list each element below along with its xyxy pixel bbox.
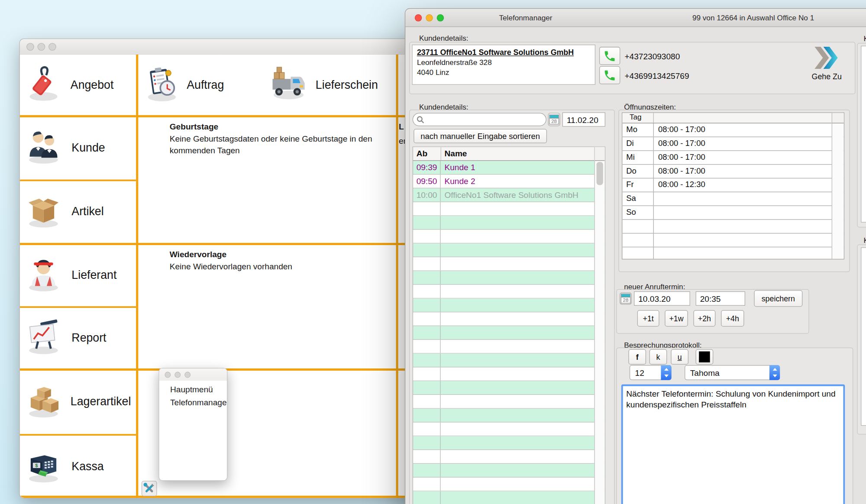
plus-2h-button[interactable]: +2h <box>693 310 715 326</box>
close-button[interactable] <box>165 372 171 378</box>
appointment-row[interactable] <box>413 257 605 271</box>
appointment-row[interactable] <box>413 491 605 504</box>
plus-1t-label: +1t <box>643 314 654 323</box>
calendar-button[interactable]: 28 <box>620 292 632 304</box>
hours-row[interactable] <box>622 233 843 247</box>
menu-tile-auftrag[interactable]: Auftrag <box>138 55 253 115</box>
hours-time <box>654 220 844 233</box>
mini-menu-item-telefonmanager[interactable]: Telefonmanage <box>170 397 227 407</box>
customer-name[interactable]: 23711 OfficeNo1 Software Solutions GmbH <box>417 48 591 57</box>
appointment-row[interactable] <box>413 271 605 285</box>
menu-tile-artikel[interactable]: Artikel <box>20 181 136 242</box>
appointment-row[interactable] <box>413 298 605 312</box>
zoom-button[interactable] <box>48 43 56 51</box>
underline-button[interactable]: u <box>671 349 688 365</box>
column-header-ab[interactable]: Ab <box>417 149 427 158</box>
hours-row[interactable]: Mi08:00 - 17:00 <box>622 151 843 165</box>
hours-row[interactable]: Di08:00 - 17:00 <box>622 137 843 151</box>
appointment-row[interactable] <box>413 312 605 326</box>
appointment-row[interactable] <box>413 243 605 257</box>
appointments-scrollbar[interactable] <box>594 147 604 504</box>
appointment-row[interactable] <box>413 409 605 423</box>
hours-row[interactable]: So <box>622 206 843 220</box>
appointment-name <box>441 464 605 477</box>
appointment-row[interactable] <box>413 423 605 436</box>
plus-1w-button[interactable]: +1w <box>665 310 688 326</box>
close-button[interactable] <box>415 14 422 22</box>
comment-box[interactable]: Ansprechperson Hr. Mag. Bernhard Stolz <box>861 46 866 223</box>
appointment-row[interactable] <box>413 202 605 216</box>
font-name-select[interactable]: Tahoma <box>685 365 780 380</box>
hours-row[interactable]: Do08:00 - 17:00 <box>622 165 843 178</box>
menu-tile-lieferant[interactable]: Lieferant <box>20 245 136 305</box>
titlebar[interactable]: Telefonmanager 99 von 12664 in Auswahl O… <box>405 9 866 27</box>
column-header-name[interactable]: Name <box>445 149 467 158</box>
minimize-button[interactable] <box>174 372 181 378</box>
mini-menu-item-hauptmenu[interactable]: Hauptmenü <box>170 384 227 394</box>
appointment-name <box>441 367 605 381</box>
calendar-button[interactable]: 28 <box>548 113 560 126</box>
call-phone2-button[interactable] <box>599 66 620 84</box>
appointment-row[interactable] <box>413 381 605 395</box>
zoom-button[interactable] <box>184 372 191 378</box>
appointment-row[interactable] <box>413 395 605 409</box>
appointment-row[interactable] <box>413 229 605 243</box>
hours-time: 08:00 - 17:00 <box>654 123 844 137</box>
list-date-field[interactable]: 11.02.20 <box>562 112 605 126</box>
tile-label: Lieferant <box>71 268 116 281</box>
menu-tile-angebot[interactable]: Angebot <box>20 55 136 115</box>
appointment-row[interactable] <box>413 285 605 299</box>
appointment-row[interactable] <box>413 340 605 354</box>
goto-button[interactable]: Gehe Zu <box>810 46 843 81</box>
menu-tile-lagerartikel[interactable]: Lagerartikel <box>20 370 136 433</box>
menu-tile-kunde[interactable]: Kunde <box>20 117 136 178</box>
bold-button[interactable]: f <box>628 349 646 365</box>
protocol-textarea[interactable]: Nächster Telefontermin: Schulung von Kun… <box>621 384 845 504</box>
appointment-row[interactable] <box>413 326 605 340</box>
minimize-button[interactable] <box>37 43 45 51</box>
hours-row[interactable]: Fr08:00 - 12:30 <box>622 178 843 192</box>
column-header-tag[interactable]: Tag <box>622 113 654 123</box>
tools-button[interactable] <box>142 481 157 496</box>
hours-row[interactable]: Sa <box>622 192 843 206</box>
close-button[interactable] <box>26 43 34 51</box>
plus-4h-button[interactable]: +4h <box>721 310 744 326</box>
sort-button[interactable]: nach manueller Eingabe sortieren <box>414 129 547 143</box>
hours-row[interactable] <box>622 247 843 259</box>
appointment-row[interactable] <box>413 464 605 478</box>
minimize-button[interactable] <box>426 14 433 22</box>
scrollbar-thumb[interactable] <box>597 162 603 185</box>
color-button[interactable] <box>696 349 714 365</box>
italic-button[interactable]: k <box>650 349 667 365</box>
hours-row[interactable]: Mo08:00 - 17:00 <box>622 123 843 137</box>
appointment-row[interactable] <box>413 450 605 464</box>
appointment-row[interactable]: 09:39Kunde 1 <box>413 161 605 174</box>
appointments-header[interactable]: Ab Name <box>413 147 605 161</box>
appointment-row[interactable] <box>413 354 605 368</box>
appointment-row[interactable] <box>413 367 605 381</box>
hours-scrollbar[interactable] <box>832 113 844 259</box>
plus-1t-button[interactable]: +1t <box>637 310 659 326</box>
zoom-button[interactable] <box>437 14 444 22</box>
hours-row[interactable] <box>622 220 843 234</box>
appointment-row[interactable] <box>413 478 605 491</box>
search-input[interactable] <box>413 113 546 126</box>
info-box[interactable]: ERP-System!! <box>861 247 866 426</box>
menu-tile-lieferschein[interactable]: Lieferschein <box>255 55 396 115</box>
appointment-row[interactable] <box>413 216 605 230</box>
mini-window-titlebar[interactable] <box>159 368 227 381</box>
tile-label: Report <box>71 331 106 344</box>
appointment-row[interactable] <box>413 436 605 450</box>
call-time-field[interactable]: 20:35 <box>696 291 745 306</box>
menu-tile-report[interactable]: Report <box>20 308 136 367</box>
italic-label: k <box>656 352 660 361</box>
font-size-select[interactable]: 12 <box>630 365 672 380</box>
appointment-row[interactable]: 09:50Kunde 2 <box>413 174 605 188</box>
call-phone1-button[interactable] <box>599 47 620 65</box>
save-call-button[interactable]: speichern <box>754 290 802 307</box>
menu-tile-kassa[interactable]: $ Kassa <box>20 435 136 498</box>
appointment-row[interactable]: 10:00OfficeNo1 Software Solutions GmbH <box>413 188 605 202</box>
customer-address-box[interactable]: 23711 OfficeNo1 Software Solutions GmbH … <box>412 45 595 85</box>
hours-header[interactable]: Tag <box>622 113 843 123</box>
call-date-field[interactable]: 10.03.20 <box>634 291 690 306</box>
